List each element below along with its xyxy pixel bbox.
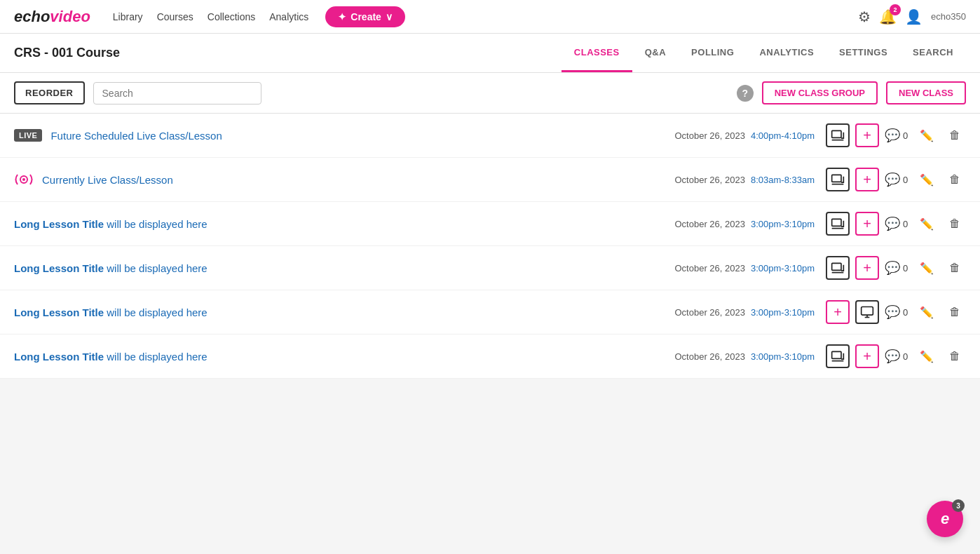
capture-button[interactable] — [826, 344, 850, 368]
search-input[interactable] — [93, 82, 261, 104]
class-meta: October 26, 2023 3:00pm-3:10pm — [674, 219, 815, 229]
top-nav: echovideo Library Courses Collections An… — [0, 0, 980, 34]
new-class-button[interactable]: NEW CLASS — [886, 81, 966, 104]
comment-icon: 💬 — [885, 128, 900, 143]
delete-button[interactable]: 🗑 — [944, 345, 966, 367]
title-suffix: will be displayed here — [104, 351, 207, 363]
comment-number: 0 — [903, 263, 908, 273]
toolbar: REORDER ? NEW CLASS GROUP NEW CLASS — [0, 73, 980, 114]
class-row: Currently Live Class/Lesson October 26, … — [0, 158, 980, 202]
class-title-link[interactable]: Long Lesson Title will be displayed here — [14, 306, 674, 318]
title-highlight: Long Lesson Title — [14, 262, 104, 274]
class-date: October 26, 2023 — [674, 351, 744, 362]
class-meta: October 26, 2023 4:00pm-4:10pm — [674, 130, 815, 141]
class-title-link[interactable]: Long Lesson Title will be displayed here — [14, 218, 674, 230]
notifications-icon[interactable]: 🔔 2 — [879, 8, 897, 25]
nav-right: ⚙ 🔔 2 👤 echo350 — [858, 8, 966, 25]
nav-library[interactable]: Library — [113, 11, 143, 22]
create-label: Create — [351, 11, 381, 22]
comment-icon: 💬 — [885, 349, 900, 364]
add-button[interactable]: + — [855, 168, 879, 191]
class-date: October 26, 2023 — [674, 263, 744, 273]
add-button[interactable]: + — [855, 344, 879, 368]
course-header: CRS - 001 Course CLASSES Q&A POLLING ANA… — [0, 34, 980, 73]
capture-button[interactable] — [826, 168, 850, 191]
live-wave-icon — [14, 173, 34, 187]
comment-count: 💬 0 — [885, 349, 910, 364]
add-button[interactable]: + — [855, 256, 879, 280]
screen-button[interactable] — [855, 300, 879, 324]
create-button[interactable]: ✦ Create ∨ — [325, 6, 405, 27]
notification-badge: 2 — [890, 4, 901, 15]
comment-count: 💬 0 — [885, 128, 910, 143]
title-suffix: will be displayed here — [104, 262, 207, 274]
nav-courses[interactable]: Courses — [157, 11, 193, 22]
class-time: 3:00pm-3:10pm — [751, 307, 815, 318]
new-class-group-button[interactable]: NEW CLASS GROUP — [762, 81, 878, 104]
user-label: echo350 — [931, 11, 966, 22]
reorder-button[interactable]: REORDER — [14, 81, 85, 104]
capture-button[interactable] — [826, 123, 850, 147]
comment-number: 0 — [903, 307, 908, 318]
delete-button[interactable]: 🗑 — [944, 124, 966, 147]
class-date: October 26, 2023 — [674, 307, 744, 318]
class-title-link[interactable]: Currently Live Class/Lesson — [42, 174, 674, 186]
class-row: Long Lesson Title will be displayed here… — [0, 290, 980, 335]
tab-analytics[interactable]: ANALYTICS — [747, 34, 826, 72]
comment-number: 0 — [903, 175, 908, 185]
delete-button[interactable]: 🗑 — [944, 301, 966, 323]
tab-classes[interactable]: CLASSES — [562, 34, 632, 72]
add-button[interactable]: + — [826, 300, 850, 324]
delete-button[interactable]: 🗑 — [944, 212, 966, 235]
title-highlight: Long Lesson Title — [14, 351, 104, 363]
comment-number: 0 — [903, 219, 908, 229]
title-highlight: Long Lesson Title — [14, 306, 104, 318]
class-meta: October 26, 2023 3:00pm-3:10pm — [674, 351, 815, 362]
nav-links: Library Courses Collections Analytics — [113, 11, 308, 22]
course-tabs: CLASSES Q&A POLLING ANALYTICS SETTINGS S… — [562, 34, 966, 72]
capture-button[interactable] — [826, 212, 850, 236]
class-title-link[interactable]: Long Lesson Title will be displayed here — [14, 351, 674, 363]
delete-button[interactable]: 🗑 — [944, 257, 966, 279]
comment-icon: 💬 — [885, 260, 900, 276]
comment-count: 💬 0 — [885, 304, 910, 320]
course-title: CRS - 001 Course — [14, 34, 562, 72]
class-row: Long Lesson Title will be displayed here… — [0, 202, 980, 246]
comment-count: 💬 0 — [885, 172, 910, 187]
nav-analytics[interactable]: Analytics — [269, 11, 308, 22]
tab-qa[interactable]: Q&A — [632, 34, 679, 72]
help-icon[interactable]: ? — [737, 85, 754, 102]
class-title-link[interactable]: Long Lesson Title will be displayed here — [14, 262, 674, 274]
tab-polling[interactable]: POLLING — [679, 34, 747, 72]
settings-icon[interactable]: ⚙ — [858, 8, 871, 25]
edit-button[interactable]: ✏️ — [916, 212, 938, 235]
tab-settings[interactable]: SETTINGS — [826, 34, 900, 72]
title-suffix: will be displayed here — [104, 218, 207, 230]
edit-button[interactable]: ✏️ — [916, 168, 938, 191]
class-actions: + 💬 0 ✏️ 🗑 — [826, 123, 966, 147]
edit-button[interactable]: ✏️ — [916, 345, 938, 367]
tab-search[interactable]: SEARCH — [900, 34, 966, 72]
comment-number: 0 — [903, 351, 908, 362]
edit-button[interactable]: ✏️ — [916, 301, 938, 323]
add-button[interactable]: + — [855, 123, 879, 147]
classes-list: LIVE Future Scheduled Live Class/Lesson … — [0, 114, 980, 379]
edit-button[interactable]: ✏️ — [916, 124, 938, 147]
svg-rect-8 — [832, 263, 841, 270]
capture-button[interactable] — [826, 256, 850, 280]
class-title-link[interactable]: Future Scheduled Live Class/Lesson — [50, 130, 674, 142]
logo-video: video — [50, 8, 90, 26]
class-time: 4:00pm-4:10pm — [751, 130, 815, 141]
title-highlight: Long Lesson Title — [14, 218, 104, 230]
class-actions: + 💬 0 ✏️ 🗑 — [826, 344, 966, 368]
class-actions: + 💬 0 ✏️ 🗑 — [826, 212, 966, 236]
logo-echo: echo — [14, 8, 50, 26]
logo[interactable]: echovideo — [14, 8, 90, 26]
class-meta: October 26, 2023 3:00pm-3:10pm — [674, 263, 815, 273]
user-icon[interactable]: 👤 — [905, 8, 923, 25]
comment-count: 💬 0 — [885, 260, 910, 276]
nav-collections[interactable]: Collections — [207, 11, 255, 22]
delete-button[interactable]: 🗑 — [944, 168, 966, 191]
edit-button[interactable]: ✏️ — [916, 257, 938, 279]
add-button[interactable]: + — [855, 212, 879, 236]
